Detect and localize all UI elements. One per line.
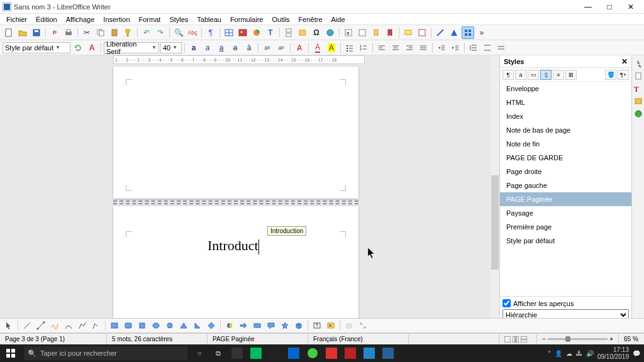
cut-icon[interactable]: ✂ <box>80 26 93 39</box>
dec-indent-icon[interactable] <box>449 41 462 54</box>
points-icon[interactable] <box>357 319 369 332</box>
draw-triangle-icon[interactable] <box>177 319 190 332</box>
extrusion-icon[interactable] <box>343 319 355 332</box>
menu-styles[interactable]: Styles <box>165 15 192 24</box>
draw-curve-icon[interactable] <box>62 319 75 332</box>
properties-tab-icon[interactable] <box>634 59 643 68</box>
paste-icon[interactable] <box>108 26 121 39</box>
new-style-from-sel-icon[interactable]: ¶+ <box>618 70 629 80</box>
endnote-icon[interactable] <box>356 26 369 39</box>
tray-cloud-icon[interactable]: ☁ <box>566 350 572 357</box>
close-panel-icon[interactable]: ✕ <box>621 57 628 66</box>
spellcheck-icon[interactable]: Abç <box>186 26 199 39</box>
draw-square-icon[interactable] <box>136 319 148 332</box>
style-item[interactable]: Note de bas de page <box>500 123 631 137</box>
align-justify-icon[interactable] <box>417 41 430 54</box>
font-color-icon[interactable]: A <box>311 41 324 54</box>
taskbar-app-1[interactable] <box>228 344 247 362</box>
chart-icon[interactable] <box>250 26 263 39</box>
para-spacing-dec-icon[interactable] <box>495 41 508 54</box>
status-language[interactable]: Français (France) <box>308 334 409 344</box>
draw-rrect-icon[interactable] <box>122 319 135 332</box>
status-wordcount[interactable]: 5 mots, 26 caractères <box>107 334 208 344</box>
style-item[interactable]: Index <box>500 109 631 123</box>
zoom-value[interactable]: 65 % <box>619 334 644 344</box>
print-icon[interactable] <box>62 26 75 39</box>
taskbar-app-5[interactable] <box>303 344 322 362</box>
draw-poly-icon[interactable] <box>76 319 89 332</box>
menu-tableau[interactable]: Tableau <box>193 15 225 24</box>
clear-format-icon[interactable]: A̷ <box>293 41 306 54</box>
font-size-dropdown[interactable]: 40▼ <box>160 42 182 53</box>
page-tab-icon[interactable] <box>634 72 643 80</box>
draw-ellipse-icon[interactable] <box>150 319 162 332</box>
undo-icon[interactable]: ↶ <box>140 26 153 39</box>
bold-icon[interactable]: a <box>187 41 200 54</box>
new-icon[interactable] <box>3 26 15 39</box>
cortana-icon[interactable]: ○ <box>190 344 209 362</box>
redo-icon[interactable]: ↷ <box>154 26 167 39</box>
menu-fichier[interactable]: Fichier <box>3 15 31 24</box>
styles-list[interactable]: EnveloppeHTMLIndexNote de bas de pageNot… <box>500 82 631 296</box>
taskbar-app-2[interactable] <box>247 344 265 362</box>
style-item[interactable]: Paysage <box>500 206 631 220</box>
flow-shapes-icon[interactable] <box>251 319 264 332</box>
field-icon[interactable] <box>296 26 309 39</box>
pagebreak-icon[interactable] <box>282 26 295 39</box>
status-page[interactable]: Page 3 de 3 (Page 1) <box>0 334 107 344</box>
table-icon[interactable] <box>223 26 235 39</box>
page-2[interactable]: Introduction Introduct <box>113 206 358 323</box>
track-changes-icon[interactable] <box>416 26 428 39</box>
start-button[interactable] <box>0 344 21 362</box>
draw-rtri-icon[interactable] <box>191 319 204 332</box>
menu-insertion[interactable]: Insertion <box>99 15 133 24</box>
shapes-icon[interactable] <box>448 26 460 39</box>
style-item[interactable]: Note de fin <box>500 137 631 151</box>
navigator-tab-icon[interactable] <box>634 109 643 118</box>
draw-free-icon[interactable] <box>48 319 61 332</box>
vertical-scrollbar[interactable] <box>491 55 499 323</box>
footnote-icon[interactable]: a <box>342 26 355 39</box>
textbox-icon[interactable]: T <box>264 26 277 39</box>
find-icon[interactable]: 🔍 <box>172 26 185 39</box>
horizontal-ruler[interactable]: 1 · · · 2 · · · 1 · · · 3 · · · 4 · · · … <box>113 55 365 64</box>
frame-styles-tab[interactable]: ▭ <box>528 70 539 80</box>
style-item[interactable]: HTML <box>500 96 631 109</box>
italic-icon[interactable]: a <box>201 41 214 54</box>
arrow-shapes-icon[interactable] <box>237 319 250 332</box>
special-char-icon[interactable]: Ω <box>310 26 323 39</box>
nonprinting-icon[interactable]: ¶ <box>204 26 217 39</box>
close-button[interactable]: ✕ <box>620 0 641 14</box>
taskview-icon[interactable]: ⧉ <box>209 344 228 362</box>
menu-formulaire[interactable]: Formulaire <box>226 15 267 24</box>
draw-rect-icon[interactable] <box>108 319 121 332</box>
draw-poly2-icon[interactable] <box>90 319 103 332</box>
char-styles-tab[interactable]: a <box>515 70 526 80</box>
line-icon[interactable] <box>434 26 447 39</box>
menu-edition[interactable]: Édition <box>32 15 61 24</box>
underline-icon[interactable]: a <box>215 41 228 54</box>
tray-up-icon[interactable]: ˄ <box>548 350 551 357</box>
superscript-icon[interactable]: ab <box>261 41 274 54</box>
draw-diamond-icon[interactable] <box>205 319 218 332</box>
comment-icon[interactable] <box>402 26 414 39</box>
style-item[interactable]: Page gauche <box>500 178 631 192</box>
open-icon[interactable] <box>16 26 29 39</box>
style-item[interactable]: Enveloppe <box>500 82 631 96</box>
draw-sline-icon[interactable] <box>35 319 47 332</box>
export-pdf-icon[interactable]: P <box>48 26 61 39</box>
page-1[interactable] <box>113 67 358 199</box>
status-view-icons[interactable] <box>499 334 537 344</box>
status-insert[interactable] <box>409 334 499 344</box>
fontwork-icon[interactable]: A <box>325 319 337 332</box>
status-pagestyle[interactable]: PAGE Paginée <box>208 334 308 344</box>
align-center-icon[interactable] <box>389 41 402 54</box>
taskbar-app-4[interactable] <box>284 344 303 362</box>
save-icon[interactable] <box>30 26 43 39</box>
style-item[interactable]: PAGE DE GARDE <box>500 151 631 165</box>
table-styles-tab[interactable]: ⊞ <box>565 70 577 80</box>
font-name-dropdown[interactable]: Liberation Serif▼ <box>104 42 159 53</box>
image-icon[interactable] <box>236 26 249 39</box>
style-item[interactable]: Style par défaut <box>500 234 631 248</box>
menu-affichage[interactable]: Affichage <box>62 15 99 24</box>
